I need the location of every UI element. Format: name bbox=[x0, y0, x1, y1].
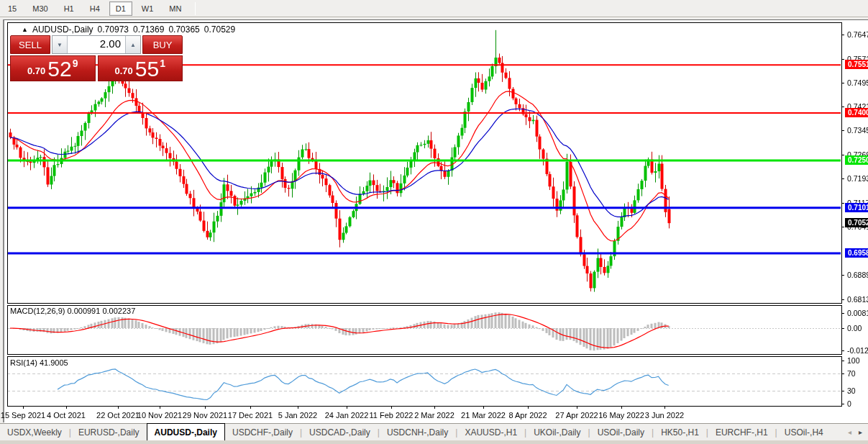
timeframe-button-d1[interactable]: D1 bbox=[109, 1, 132, 16]
x-axis-date-label: 10 Nov 2021 bbox=[137, 411, 182, 420]
rsi-axis-label: 30 bbox=[847, 386, 856, 395]
tab-scroll-arrows: ◂▸ bbox=[848, 424, 868, 440]
timeframe-button-h4[interactable]: H4 bbox=[83, 1, 106, 16]
y-axis-tick-label: 0.71930 bbox=[847, 174, 868, 183]
macd-axis-label: 0.00 bbox=[847, 324, 862, 332]
x-axis-date-label: 15 Sep 2021 bbox=[1, 411, 45, 420]
timeframe-toolbar: 15M30H1H4D1W1MN bbox=[0, 0, 868, 17]
x-axis-date-label: 16 May 2022 bbox=[598, 411, 644, 420]
level-price-label: 0.71013 bbox=[845, 203, 868, 212]
buy-price-small: 0.70 bbox=[115, 65, 133, 76]
toolbar-separator bbox=[195, 2, 196, 15]
symbol-marker-icon: ▲ bbox=[22, 26, 28, 33]
x-axis-date-label: 24 Jan 2022 bbox=[325, 411, 369, 420]
volume-increase-button[interactable]: ▲ bbox=[125, 36, 140, 53]
level-price-label: 0.75512 bbox=[845, 60, 868, 69]
tab-scroll-right-icon[interactable]: ▸ bbox=[859, 428, 862, 436]
y-axis-tick-label: 0.76470 bbox=[847, 30, 868, 39]
tab-scroll-left-icon[interactable]: ◂ bbox=[848, 428, 851, 436]
chart-window: ▲ AUDUSD-,Daily 0.70973 0.71369 0.70365 … bbox=[3, 19, 868, 422]
y-axis-tick-label: 0.74950 bbox=[847, 78, 868, 87]
x-axis-date-label: 5 Jan 2022 bbox=[278, 411, 317, 420]
ohlc-close: 0.70529 bbox=[204, 24, 235, 35]
tab-usoil-h4[interactable]: USOil-,H4 bbox=[777, 424, 831, 440]
x-axis-date-label: 3 Jun 2022 bbox=[645, 411, 684, 420]
sell-quote-box[interactable]: 0.70 52 9 bbox=[10, 55, 96, 81]
tab-usdcad-daily[interactable]: USDCAD-,Daily bbox=[302, 424, 378, 440]
level-price-label: 0.74002 bbox=[845, 108, 868, 117]
y-axis-tick-label: 0.68130 bbox=[847, 295, 868, 304]
timeframe-button-mn[interactable]: MN bbox=[163, 1, 188, 16]
rsi-label: RSI(14) 41.9005 bbox=[10, 358, 68, 367]
rsi-axis-label: 100 bbox=[847, 356, 860, 365]
tab-xauusd-h1[interactable]: XAUUSD-,H1 bbox=[457, 424, 524, 440]
timeframe-button-w1[interactable]: W1 bbox=[135, 1, 160, 16]
ohlc-open: 0.70973 bbox=[98, 24, 129, 35]
mt4-terminal: 15M30H1H4D1W1MN ▲ AUDUSD-,Daily 0.70973 … bbox=[0, 0, 868, 444]
x-axis-date-label: 8 Apr 2022 bbox=[508, 411, 547, 420]
sell-price-big: 52 bbox=[47, 59, 71, 79]
tab-usdcnh-daily[interactable]: USDCNH-,Daily bbox=[380, 424, 455, 440]
tab-usdchf-daily[interactable]: USDCHF-,Daily bbox=[225, 424, 300, 440]
symbol-name: AUDUSD-,Daily bbox=[32, 24, 93, 35]
volume-input[interactable]: 2.00 bbox=[68, 36, 125, 53]
macd-axis-label: 0.008197 bbox=[847, 309, 868, 317]
x-axis-date-label: 22 Oct 2021 bbox=[96, 411, 140, 420]
rsi-axis-label: 70 bbox=[847, 369, 856, 378]
x-axis-date-label: 29 Nov 2021 bbox=[183, 411, 227, 420]
chart-tabbar: USDX,Weekly|EURUSD-,DailyAUDUSD-,DailyUS… bbox=[0, 423, 868, 440]
buy-quote-box[interactable]: 0.70 55 1 bbox=[98, 55, 183, 81]
one-click-trading-widget: SELL ▼ 2.00 ▲ BUY 0.70 52 9 0.70 55 1 bbox=[10, 35, 183, 81]
timeframe-button-15[interactable]: 15 bbox=[1, 1, 23, 16]
tab-usdx-weekly[interactable]: USDX,Weekly bbox=[0, 424, 69, 440]
buy-button[interactable]: BUY bbox=[142, 35, 183, 54]
y-axis-tick-label: 0.73450 bbox=[847, 126, 868, 135]
tab-audusd-daily[interactable]: AUDUSD-,Daily bbox=[147, 423, 225, 440]
chart-title: ▲ AUDUSD-,Daily 0.70973 0.71369 0.70365 … bbox=[22, 24, 235, 35]
buy-price-big: 55 bbox=[135, 59, 159, 79]
volume-decrease-button[interactable]: ▼ bbox=[52, 36, 68, 53]
x-axis-date-label: 4 Oct 2021 bbox=[47, 411, 86, 420]
rsi-axis-label: 0 bbox=[847, 399, 851, 408]
tab-usoil-daily[interactable]: USOil-,Daily bbox=[590, 424, 652, 440]
current-price-label: 0.70529 bbox=[845, 218, 868, 227]
tab-hk50-h1[interactable]: HK50-,H1 bbox=[654, 424, 706, 440]
x-axis-date-label: 17 Dec 2021 bbox=[228, 411, 273, 420]
status-strip bbox=[0, 440, 868, 444]
sell-price-sup: 9 bbox=[73, 58, 78, 69]
tab-ukoil-daily[interactable]: UKOil-,Daily bbox=[526, 424, 588, 440]
x-axis-date-label: 2 Mar 2022 bbox=[414, 411, 454, 420]
level-price-label: 0.69582 bbox=[845, 248, 868, 258]
x-axis-date-label: 27 Apr 2022 bbox=[555, 411, 598, 420]
sell-button[interactable]: SELL bbox=[10, 35, 50, 54]
sell-price-small: 0.70 bbox=[27, 65, 45, 76]
macd-label: MACD(12,26,9) 0.000991 0.002237 bbox=[10, 307, 135, 315]
level-price-label: 0.72504 bbox=[845, 155, 868, 165]
ohlc-high: 0.71369 bbox=[133, 24, 164, 35]
buy-price-sup: 1 bbox=[160, 58, 165, 69]
x-axis-date-label: 21 Mar 2022 bbox=[461, 411, 506, 420]
tab-eurusd-daily[interactable]: EURUSD-,Daily bbox=[71, 424, 147, 440]
y-axis-tick-label: 0.68890 bbox=[847, 271, 868, 279]
ohlc-low: 0.70365 bbox=[168, 24, 199, 35]
volume-spinner: ▼ 2.00 ▲ bbox=[52, 35, 141, 54]
x-axis-date-label: 11 Feb 2022 bbox=[370, 411, 414, 420]
macd-axis-label: -0.01212 bbox=[847, 346, 868, 355]
timeframe-button-h1[interactable]: H1 bbox=[58, 1, 81, 16]
timeframe-button-m30[interactable]: M30 bbox=[26, 1, 54, 16]
tab-eurchf-h1[interactable]: EURCHF-,H1 bbox=[708, 424, 775, 440]
